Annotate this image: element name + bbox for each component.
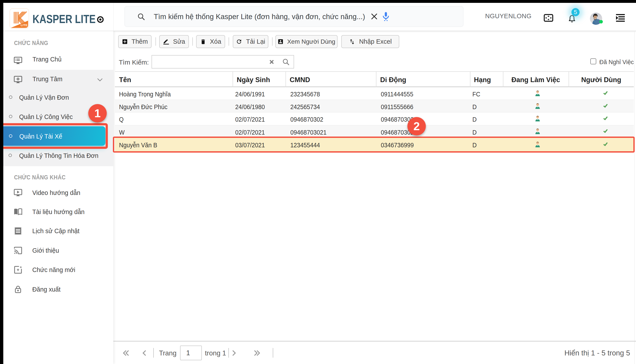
svg-text:LITE: LITE [21,24,28,27]
